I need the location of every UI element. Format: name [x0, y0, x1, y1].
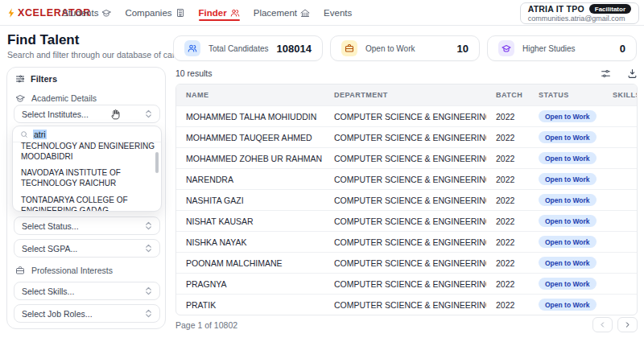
users-icon — [230, 8, 240, 18]
column-settings-icon[interactable] — [601, 68, 611, 79]
candidate-department: COMPUTER SCIENCE & ENGINEERING — [324, 154, 486, 163]
candidate-status: Open to Work — [529, 173, 603, 185]
candidate-department: COMPUTER SCIENCE & ENGINEERING — [324, 300, 486, 310]
stat-open-to-work: Open to Work 10 — [330, 35, 480, 61]
nav-placement-label: Placement — [254, 8, 297, 18]
chevron-updown-icon — [145, 286, 152, 295]
table-row[interactable]: PRATIK COMPUTER SCIENCE & ENGINEERING 20… — [176, 294, 637, 315]
stat-label: Higher Studies — [522, 44, 576, 53]
table-row[interactable]: NISHKA NAYAK COMPUTER SCIENCE & ENGINEER… — [176, 231, 637, 252]
filters-panel: Filters Academic Details Select Institut… — [6, 67, 166, 329]
table-row[interactable]: MOHAMMED ZOHEB UR RAHMAN COMPUTER SCIENC… — [176, 147, 637, 168]
candidate-name: POONAM MALCHIMANE — [176, 258, 324, 268]
user-role-badge: Facilitator — [589, 4, 631, 14]
select-job-roles[interactable]: Select Job Roles... — [14, 304, 160, 323]
nav-finder-label: Finder — [199, 8, 227, 18]
select-institutes[interactable]: Select Institutes... — [14, 105, 160, 123]
candidate-status: Open to Work — [529, 215, 603, 227]
download-icon[interactable] — [627, 68, 638, 79]
institute-option[interactable]: TECHNOLOGY AND ENGINEERING MOODABIDRI — [21, 142, 158, 163]
chevron-updown-icon — [145, 244, 152, 253]
filters-title: Filters — [31, 74, 57, 84]
nav-companies-label: Companies — [125, 8, 171, 18]
candidates-table: NAME DEPARTMENT BATCH STATUS SKILLS MOHA… — [175, 84, 638, 315]
candidate-status: Open to Work — [529, 194, 603, 206]
page-title: Find Talent — [7, 32, 79, 48]
chevron-updown-icon — [145, 221, 152, 230]
candidate-status: Open to Work — [529, 152, 603, 164]
stat-value: 10 — [457, 43, 469, 55]
candidate-batch: 2022 — [486, 279, 529, 289]
status-badge: Open to Work — [539, 278, 597, 290]
status-badge: Open to Work — [539, 173, 597, 185]
institutes-dropdown: atri TECHNOLOGY AND ENGINEERING MOODABID… — [12, 126, 162, 212]
section-label: Professional Interests — [31, 266, 113, 275]
candidate-status: Open to Work — [529, 257, 603, 269]
search-icon — [20, 130, 28, 138]
top-header: XCELERATOR Students Companies Finder Pla… — [0, 0, 644, 26]
institute-option[interactable]: TONTADARYA COLLEGE OF ENGINEERING GADAG — [21, 192, 158, 212]
candidate-status: Open to Work — [529, 131, 603, 143]
next-page-button[interactable] — [617, 317, 638, 332]
candidate-batch: 2022 — [486, 112, 529, 122]
nav-finder[interactable]: Finder — [199, 0, 240, 26]
institute-search-value: atri — [33, 130, 47, 139]
graduation-cap-icon — [101, 8, 111, 18]
candidate-department: COMPUTER SCIENCE & ENGINEERING — [324, 196, 486, 205]
nav-students[interactable]: Students — [62, 0, 111, 26]
col-name: NAME — [176, 91, 324, 99]
landmark-icon — [300, 8, 310, 18]
col-batch: BATCH — [486, 91, 529, 99]
spark-icon — [7, 8, 15, 18]
table-row[interactable]: MOHAMMED TAUQEER AHMED COMPUTER SCIENCE … — [176, 126, 637, 147]
candidate-name: PRATIK — [176, 300, 324, 310]
candidate-department: COMPUTER SCIENCE & ENGINEERING — [324, 133, 486, 142]
prev-page-button[interactable] — [592, 317, 613, 332]
status-badge: Open to Work — [539, 194, 597, 206]
candidate-batch: 2022 — [486, 237, 529, 247]
select-status[interactable]: Select Status... — [14, 216, 160, 235]
institute-search[interactable]: atri — [13, 126, 161, 142]
institute-option[interactable]: NAVODAYA INSTITUTE OF TECHNOLOGY RAICHUR — [21, 166, 158, 191]
briefcase-icon — [341, 40, 357, 56]
users-icon — [184, 40, 200, 56]
select-skills-value: Select Skills... — [22, 286, 74, 296]
main-nav: Students Companies Finder Placement Even… — [62, 0, 352, 26]
candidate-status: Open to Work — [529, 236, 603, 248]
stat-label: Total Candidates — [208, 44, 269, 53]
candidate-department: COMPUTER SCIENCE & ENGINEERING — [324, 279, 486, 289]
user-profile-box[interactable]: ATRIA IT TPO Facilitator communities.atr… — [520, 2, 639, 24]
candidate-name: NARENDRA — [176, 175, 324, 184]
results-count: 10 results — [175, 68, 213, 78]
candidate-name: MOHAMMED TAUQEER AHMED — [176, 133, 324, 142]
results-toolbar: 10 results — [175, 68, 638, 79]
select-institutes-value: Select Institutes... — [22, 109, 89, 119]
graduation-cap-icon — [15, 93, 25, 103]
select-status-value: Select Status... — [22, 221, 79, 231]
stat-label: Open to Work — [365, 44, 415, 53]
candidate-status: Open to Work — [529, 110, 603, 122]
section-label: Academic Details — [31, 93, 97, 103]
dropdown-scrollbar[interactable] — [155, 152, 159, 173]
nav-placement[interactable]: Placement — [254, 0, 310, 26]
table-row[interactable]: POONAM MALCHIMANE COMPUTER SCIENCE & ENG… — [176, 252, 637, 273]
nav-companies[interactable]: Companies — [125, 0, 184, 26]
institute-options: TECHNOLOGY AND ENGINEERING MOODABIDRINAV… — [13, 142, 161, 212]
status-badge: Open to Work — [539, 110, 597, 122]
candidate-batch: 2022 — [486, 300, 529, 310]
candidate-name: NISHAT KAUSAR — [176, 216, 324, 226]
table-row[interactable]: NARENDRA COMPUTER SCIENCE & ENGINEERING … — [176, 168, 637, 189]
candidate-name: NISHKA NAYAK — [176, 237, 324, 247]
user-email: communities.atria@gmail.com — [528, 14, 631, 23]
candidate-batch: 2022 — [486, 175, 529, 184]
table-row[interactable]: NISHAT KAUSAR COMPUTER SCIENCE & ENGINEE… — [176, 210, 637, 231]
briefcase-icon — [15, 266, 25, 275]
table-row[interactable]: PRAGNYA COMPUTER SCIENCE & ENGINEERING 2… — [176, 273, 637, 294]
table-row[interactable]: NASHITA GAZI COMPUTER SCIENCE & ENGINEER… — [176, 189, 637, 210]
table-row[interactable]: MOHAMMED TALHA MOHIUDDIN COMPUTER SCIENC… — [176, 105, 637, 126]
user-name: ATRIA IT TPO — [528, 4, 584, 14]
select-sgpa[interactable]: Select SGPA... — [14, 239, 160, 258]
nav-events[interactable]: Events — [324, 0, 352, 26]
select-skills[interactable]: Select Skills... — [14, 282, 160, 300]
candidate-batch: 2022 — [486, 216, 529, 226]
